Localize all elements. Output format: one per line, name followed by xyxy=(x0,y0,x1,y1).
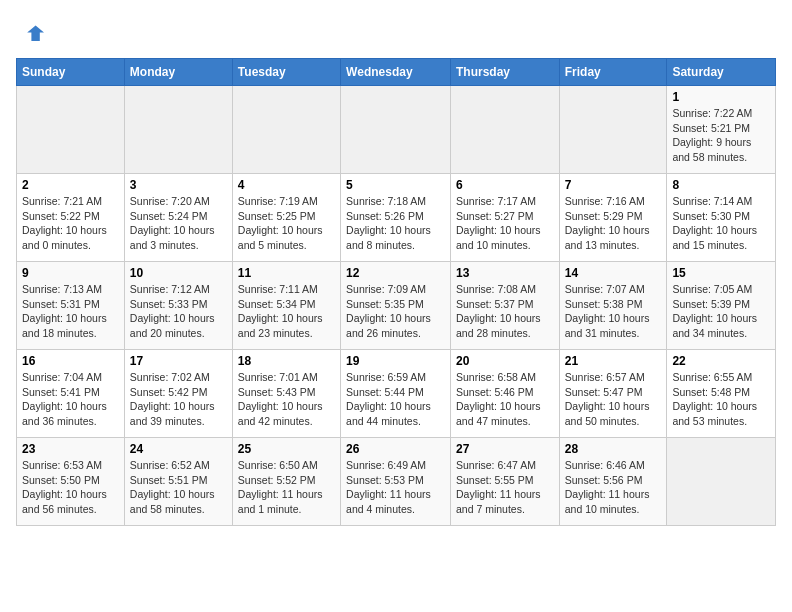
calendar-cell: 5Sunrise: 7:18 AM Sunset: 5:26 PM Daylig… xyxy=(341,174,451,262)
calendar-cell: 14Sunrise: 7:07 AM Sunset: 5:38 PM Dayli… xyxy=(559,262,667,350)
day-number: 18 xyxy=(238,354,335,368)
generalblue-icon xyxy=(16,20,44,48)
day-number: 10 xyxy=(130,266,227,280)
calendar-cell: 18Sunrise: 7:01 AM Sunset: 5:43 PM Dayli… xyxy=(232,350,340,438)
day-number: 1 xyxy=(672,90,770,104)
day-info: Sunrise: 7:13 AM Sunset: 5:31 PM Dayligh… xyxy=(22,282,119,341)
day-number: 11 xyxy=(238,266,335,280)
day-info: Sunrise: 6:52 AM Sunset: 5:51 PM Dayligh… xyxy=(130,458,227,517)
day-number: 14 xyxy=(565,266,662,280)
calendar-cell xyxy=(232,86,340,174)
day-info: Sunrise: 6:50 AM Sunset: 5:52 PM Dayligh… xyxy=(238,458,335,517)
day-number: 24 xyxy=(130,442,227,456)
calendar-cell: 24Sunrise: 6:52 AM Sunset: 5:51 PM Dayli… xyxy=(124,438,232,526)
day-number: 13 xyxy=(456,266,554,280)
day-info: Sunrise: 7:07 AM Sunset: 5:38 PM Dayligh… xyxy=(565,282,662,341)
day-number: 19 xyxy=(346,354,445,368)
day-info: Sunrise: 7:11 AM Sunset: 5:34 PM Dayligh… xyxy=(238,282,335,341)
calendar-cell: 17Sunrise: 7:02 AM Sunset: 5:42 PM Dayli… xyxy=(124,350,232,438)
calendar-cell: 25Sunrise: 6:50 AM Sunset: 5:52 PM Dayli… xyxy=(232,438,340,526)
day-info: Sunrise: 6:46 AM Sunset: 5:56 PM Dayligh… xyxy=(565,458,662,517)
column-header-thursday: Thursday xyxy=(450,59,559,86)
day-number: 8 xyxy=(672,178,770,192)
day-number: 23 xyxy=(22,442,119,456)
calendar-cell: 2Sunrise: 7:21 AM Sunset: 5:22 PM Daylig… xyxy=(17,174,125,262)
calendar-cell: 11Sunrise: 7:11 AM Sunset: 5:34 PM Dayli… xyxy=(232,262,340,350)
calendar-cell xyxy=(559,86,667,174)
calendar-table: SundayMondayTuesdayWednesdayThursdayFrid… xyxy=(16,58,776,526)
day-number: 15 xyxy=(672,266,770,280)
calendar-cell: 12Sunrise: 7:09 AM Sunset: 5:35 PM Dayli… xyxy=(341,262,451,350)
calendar-cell: 22Sunrise: 6:55 AM Sunset: 5:48 PM Dayli… xyxy=(667,350,776,438)
day-number: 17 xyxy=(130,354,227,368)
column-header-wednesday: Wednesday xyxy=(341,59,451,86)
column-header-monday: Monday xyxy=(124,59,232,86)
day-number: 4 xyxy=(238,178,335,192)
day-number: 2 xyxy=(22,178,119,192)
calendar-cell: 10Sunrise: 7:12 AM Sunset: 5:33 PM Dayli… xyxy=(124,262,232,350)
calendar-header-row: SundayMondayTuesdayWednesdayThursdayFrid… xyxy=(17,59,776,86)
calendar-cell: 28Sunrise: 6:46 AM Sunset: 5:56 PM Dayli… xyxy=(559,438,667,526)
calendar-cell xyxy=(17,86,125,174)
day-info: Sunrise: 7:16 AM Sunset: 5:29 PM Dayligh… xyxy=(565,194,662,253)
calendar-cell: 20Sunrise: 6:58 AM Sunset: 5:46 PM Dayli… xyxy=(450,350,559,438)
calendar-cell: 16Sunrise: 7:04 AM Sunset: 5:41 PM Dayli… xyxy=(17,350,125,438)
day-info: Sunrise: 7:18 AM Sunset: 5:26 PM Dayligh… xyxy=(346,194,445,253)
calendar-cell: 7Sunrise: 7:16 AM Sunset: 5:29 PM Daylig… xyxy=(559,174,667,262)
day-number: 6 xyxy=(456,178,554,192)
day-info: Sunrise: 7:05 AM Sunset: 5:39 PM Dayligh… xyxy=(672,282,770,341)
calendar-week-5: 23Sunrise: 6:53 AM Sunset: 5:50 PM Dayli… xyxy=(17,438,776,526)
day-number: 9 xyxy=(22,266,119,280)
day-info: Sunrise: 7:21 AM Sunset: 5:22 PM Dayligh… xyxy=(22,194,119,253)
day-info: Sunrise: 7:22 AM Sunset: 5:21 PM Dayligh… xyxy=(672,106,770,165)
calendar-cell: 6Sunrise: 7:17 AM Sunset: 5:27 PM Daylig… xyxy=(450,174,559,262)
calendar-cell: 13Sunrise: 7:08 AM Sunset: 5:37 PM Dayli… xyxy=(450,262,559,350)
day-number: 26 xyxy=(346,442,445,456)
logo xyxy=(16,20,48,48)
column-header-friday: Friday xyxy=(559,59,667,86)
calendar-cell: 4Sunrise: 7:19 AM Sunset: 5:25 PM Daylig… xyxy=(232,174,340,262)
calendar-cell: 21Sunrise: 6:57 AM Sunset: 5:47 PM Dayli… xyxy=(559,350,667,438)
calendar-cell: 27Sunrise: 6:47 AM Sunset: 5:55 PM Dayli… xyxy=(450,438,559,526)
calendar-cell: 8Sunrise: 7:14 AM Sunset: 5:30 PM Daylig… xyxy=(667,174,776,262)
day-number: 21 xyxy=(565,354,662,368)
day-number: 28 xyxy=(565,442,662,456)
day-info: Sunrise: 6:53 AM Sunset: 5:50 PM Dayligh… xyxy=(22,458,119,517)
column-header-saturday: Saturday xyxy=(667,59,776,86)
day-info: Sunrise: 6:59 AM Sunset: 5:44 PM Dayligh… xyxy=(346,370,445,429)
day-info: Sunrise: 7:04 AM Sunset: 5:41 PM Dayligh… xyxy=(22,370,119,429)
day-info: Sunrise: 7:09 AM Sunset: 5:35 PM Dayligh… xyxy=(346,282,445,341)
calendar-cell: 23Sunrise: 6:53 AM Sunset: 5:50 PM Dayli… xyxy=(17,438,125,526)
day-info: Sunrise: 7:20 AM Sunset: 5:24 PM Dayligh… xyxy=(130,194,227,253)
day-info: Sunrise: 7:12 AM Sunset: 5:33 PM Dayligh… xyxy=(130,282,227,341)
column-header-tuesday: Tuesday xyxy=(232,59,340,86)
column-header-sunday: Sunday xyxy=(17,59,125,86)
calendar-week-1: 1Sunrise: 7:22 AM Sunset: 5:21 PM Daylig… xyxy=(17,86,776,174)
calendar-week-2: 2Sunrise: 7:21 AM Sunset: 5:22 PM Daylig… xyxy=(17,174,776,262)
day-number: 16 xyxy=(22,354,119,368)
calendar-cell: 3Sunrise: 7:20 AM Sunset: 5:24 PM Daylig… xyxy=(124,174,232,262)
day-number: 25 xyxy=(238,442,335,456)
day-info: Sunrise: 6:49 AM Sunset: 5:53 PM Dayligh… xyxy=(346,458,445,517)
day-info: Sunrise: 7:14 AM Sunset: 5:30 PM Dayligh… xyxy=(672,194,770,253)
calendar-cell xyxy=(667,438,776,526)
calendar-cell: 9Sunrise: 7:13 AM Sunset: 5:31 PM Daylig… xyxy=(17,262,125,350)
day-info: Sunrise: 6:47 AM Sunset: 5:55 PM Dayligh… xyxy=(456,458,554,517)
calendar-week-4: 16Sunrise: 7:04 AM Sunset: 5:41 PM Dayli… xyxy=(17,350,776,438)
calendar-cell xyxy=(450,86,559,174)
day-number: 12 xyxy=(346,266,445,280)
day-info: Sunrise: 7:02 AM Sunset: 5:42 PM Dayligh… xyxy=(130,370,227,429)
calendar-cell xyxy=(124,86,232,174)
day-number: 5 xyxy=(346,178,445,192)
day-info: Sunrise: 6:55 AM Sunset: 5:48 PM Dayligh… xyxy=(672,370,770,429)
calendar-cell: 26Sunrise: 6:49 AM Sunset: 5:53 PM Dayli… xyxy=(341,438,451,526)
calendar-body: 1Sunrise: 7:22 AM Sunset: 5:21 PM Daylig… xyxy=(17,86,776,526)
calendar-cell: 19Sunrise: 6:59 AM Sunset: 5:44 PM Dayli… xyxy=(341,350,451,438)
day-info: Sunrise: 7:17 AM Sunset: 5:27 PM Dayligh… xyxy=(456,194,554,253)
day-number: 7 xyxy=(565,178,662,192)
day-number: 3 xyxy=(130,178,227,192)
day-info: Sunrise: 6:58 AM Sunset: 5:46 PM Dayligh… xyxy=(456,370,554,429)
day-info: Sunrise: 7:01 AM Sunset: 5:43 PM Dayligh… xyxy=(238,370,335,429)
calendar-week-3: 9Sunrise: 7:13 AM Sunset: 5:31 PM Daylig… xyxy=(17,262,776,350)
calendar-cell: 15Sunrise: 7:05 AM Sunset: 5:39 PM Dayli… xyxy=(667,262,776,350)
